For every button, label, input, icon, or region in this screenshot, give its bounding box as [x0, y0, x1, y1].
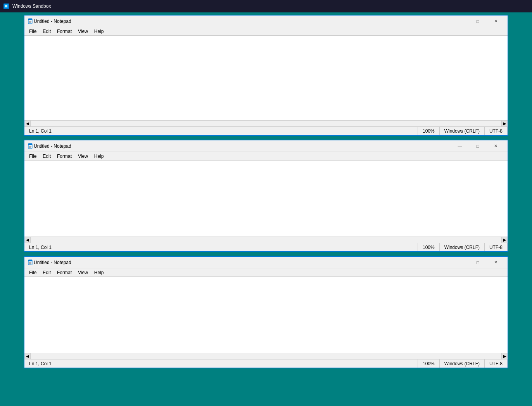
hscroll-right-2[interactable]: ▶: [501, 237, 508, 243]
maximize-btn-3[interactable]: □: [469, 257, 487, 268]
menu-format-3[interactable]: Format: [54, 269, 75, 276]
notepad-window-1: Untitled - Notepad — □ ✕ File Edit Forma…: [24, 15, 508, 136]
notepad-icon-2: [28, 143, 34, 149]
status-position-3: Ln 1, Col 1: [24, 359, 418, 368]
sandbox-title: Windows Sandbox: [12, 3, 51, 9]
notepad-icon-1: [28, 18, 34, 24]
notepad-titlebar-1: Untitled - Notepad — □ ✕: [24, 16, 508, 27]
menu-view-2[interactable]: View: [75, 153, 91, 160]
menu-edit-2[interactable]: Edit: [40, 153, 54, 160]
maximize-btn-2[interactable]: □: [469, 140, 487, 152]
hscroll-right-3[interactable]: ▶: [501, 353, 508, 359]
menu-edit-1[interactable]: Edit: [40, 28, 54, 35]
menu-file-1[interactable]: File: [26, 28, 40, 35]
notepad-menubar-2: File Edit Format View Help: [24, 152, 508, 161]
menu-view-3[interactable]: View: [75, 269, 91, 276]
svg-rect-14: [28, 260, 32, 261]
status-position-2: Ln 1, Col 1: [24, 243, 418, 251]
minimize-btn-3[interactable]: —: [451, 257, 469, 268]
close-btn-2[interactable]: ✕: [487, 140, 504, 152]
notepad-window-2: Untitled - Notepad — □ ✕ File Edit Forma…: [24, 140, 508, 252]
notepad-window-3: Untitled - Notepad — □ ✕ File Edit Forma…: [24, 256, 508, 368]
svg-rect-2: [5, 5, 7, 7]
menu-file-2[interactable]: File: [26, 153, 40, 160]
hscroll-left-2[interactable]: ◀: [24, 237, 31, 243]
menu-view-1[interactable]: View: [75, 28, 91, 35]
status-zoom-1: 100%: [418, 127, 440, 135]
window-controls-2: — □ ✕: [451, 140, 504, 152]
hscrollbar-3[interactable]: ◀ ▶: [24, 353, 508, 359]
svg-rect-4: [28, 19, 32, 20]
status-zoom-3: 100%: [418, 359, 440, 368]
status-lineending-1: Windows (CRLF): [440, 127, 485, 135]
notepad-statusbar-2: Ln 1, Col 1 100% Windows (CRLF) UTF-8: [24, 243, 508, 251]
maximize-btn-1[interactable]: □: [469, 16, 487, 27]
notepad-titlebar-3: Untitled - Notepad — □ ✕: [24, 257, 508, 268]
close-btn-3[interactable]: ✕: [487, 257, 504, 268]
menu-help-1[interactable]: Help: [91, 28, 107, 35]
minimize-btn-1[interactable]: —: [451, 16, 469, 27]
status-encoding-3: UTF-8: [485, 359, 508, 368]
notepad-menubar-3: File Edit Format View Help: [24, 268, 508, 277]
notepad-textarea-1[interactable]: [24, 36, 508, 120]
notepad-textarea-3[interactable]: [24, 277, 508, 353]
hscroll-right-1[interactable]: ▶: [501, 121, 508, 127]
hscroll-track-1: [31, 121, 501, 127]
desktop-area: Untitled - Notepad — □ ✕ File Edit Forma…: [0, 12, 532, 406]
menu-help-3[interactable]: Help: [91, 269, 107, 276]
menu-format-1[interactable]: Format: [54, 28, 75, 35]
hscroll-track-3: [31, 353, 501, 359]
hscroll-left-3[interactable]: ◀: [24, 353, 31, 359]
sandbox-titlebar: Windows Sandbox: [0, 0, 532, 12]
notepad-titlebar-2: Untitled - Notepad — □ ✕: [24, 140, 508, 152]
hscrollbar-2[interactable]: ◀ ▶: [24, 237, 508, 243]
status-encoding-2: UTF-8: [485, 243, 508, 251]
svg-rect-9: [28, 143, 32, 145]
menu-edit-3[interactable]: Edit: [40, 269, 54, 276]
notepad-textarea-2[interactable]: [24, 161, 508, 237]
window-controls-1: — □ ✕: [451, 16, 504, 27]
notepad-statusbar-1: Ln 1, Col 1 100% Windows (CRLF) UTF-8: [24, 126, 508, 135]
notepad-title-2: Untitled - Notepad: [34, 143, 451, 149]
menu-help-2[interactable]: Help: [91, 153, 107, 160]
notepad-menubar-1: File Edit Format View Help: [24, 27, 508, 36]
notepad-title-3: Untitled - Notepad: [34, 260, 451, 265]
status-lineending-2: Windows (CRLF): [440, 243, 485, 251]
status-position-1: Ln 1, Col 1: [24, 127, 418, 135]
hscroll-left-1[interactable]: ◀: [24, 121, 31, 127]
minimize-btn-2[interactable]: —: [451, 140, 469, 152]
notepad-statusbar-3: Ln 1, Col 1 100% Windows (CRLF) UTF-8: [24, 359, 508, 368]
window-controls-3: — □ ✕: [451, 257, 504, 268]
close-btn-1[interactable]: ✕: [487, 16, 504, 27]
menu-format-2[interactable]: Format: [54, 153, 75, 160]
notepad-icon-3: [28, 259, 34, 266]
status-lineending-3: Windows (CRLF): [440, 359, 485, 368]
sandbox-icon: [3, 3, 9, 9]
status-encoding-1: UTF-8: [485, 127, 508, 135]
notepad-title-1: Untitled - Notepad: [34, 19, 451, 24]
hscroll-track-2: [31, 237, 501, 243]
hscrollbar-1[interactable]: ◀ ▶: [24, 120, 508, 126]
menu-file-3[interactable]: File: [26, 269, 40, 276]
status-zoom-2: 100%: [418, 243, 440, 251]
